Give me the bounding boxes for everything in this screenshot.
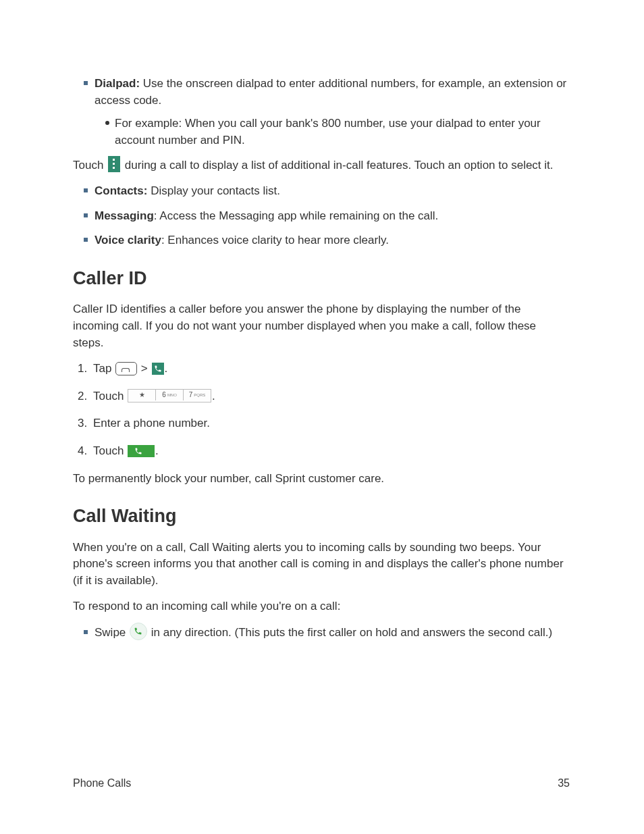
contacts-text: Display your contacts list. <box>147 184 280 197</box>
touch-menu-paragraph: Touch during a call to display a list of… <box>73 157 570 174</box>
caller-id-outro: To permanently block your number, call S… <box>73 471 570 488</box>
page-footer: Phone Calls 35 <box>73 775 570 791</box>
step4-before: Touch <box>93 444 127 457</box>
messaging-text: : Access the Messaging app while remaini… <box>154 209 438 222</box>
voice-clarity-item: Voice clarity: Enhances voice clarity to… <box>95 232 570 249</box>
call-waiting-respond: To respond to an incoming call while you… <box>73 598 570 615</box>
caller-id-heading: Caller ID <box>73 265 570 292</box>
step-4: Touch . <box>90 443 570 460</box>
swipe-after: in any direction. (This puts the first c… <box>148 627 552 640</box>
dialpad-example: For example: When you call your bank's 8… <box>115 115 570 149</box>
call-waiting-intro: When you're on a call, Call Waiting aler… <box>73 540 570 590</box>
key-6: 6MNO <box>156 390 184 400</box>
step-2: Touch ★6MNO7PQRS. <box>90 388 570 405</box>
caller-id-steps: Tap > . Touch ★6MNO7PQRS. Enter a phone … <box>73 361 570 460</box>
step2-after: . <box>212 390 215 402</box>
step1-after: . <box>165 362 168 375</box>
swipe-before: Swipe <box>95 627 129 640</box>
swipe-item: Swipe in any direction. (This puts the f… <box>95 625 570 642</box>
voice-label: Voice clarity <box>95 234 161 246</box>
answer-call-icon <box>130 623 147 640</box>
footer-page-number: 35 <box>558 775 570 791</box>
dialpad-item: Dialpad: Use the onscreen dialpad to ent… <box>95 76 570 149</box>
voice-text: : Enhances voice clarity to hear more cl… <box>161 234 389 246</box>
call-button-icon <box>128 445 155 457</box>
dialpad-sublist: For example: When you call your bank's 8… <box>95 115 570 149</box>
messaging-label: Messaging <box>95 209 154 222</box>
caller-id-intro: Caller ID identifies a caller before you… <box>73 301 570 351</box>
dialpad-keys-icon: ★6MNO7PQRS <box>128 389 211 402</box>
step1-sep: > <box>138 362 151 375</box>
call-waiting-heading: Call Waiting <box>73 503 570 529</box>
touch-before: Touch <box>73 159 107 172</box>
phone-app-icon <box>152 363 164 375</box>
call-waiting-list: Swipe in any direction. (This puts the f… <box>73 625 570 642</box>
step1-before: Tap <box>93 362 115 375</box>
step4-after: . <box>155 444 159 457</box>
overflow-menu-icon <box>108 156 120 172</box>
step-1: Tap > . <box>90 361 570 377</box>
key-star: ★ <box>128 390 156 400</box>
dialpad-list: Dialpad: Use the onscreen dialpad to ent… <box>73 76 570 149</box>
step2-before: Touch <box>93 390 127 402</box>
contacts-item: Contacts: Display your contacts list. <box>95 183 570 200</box>
step-3: Enter a phone number. <box>90 415 570 432</box>
dialpad-label: Dialpad: <box>95 77 140 90</box>
touch-after: during a call to display a list of addit… <box>122 159 553 172</box>
key-7: 7PQRS <box>184 390 211 400</box>
messaging-item: Messaging: Access the Messaging app whil… <box>95 208 570 225</box>
document-page: Dialpad: Use the onscreen dialpad to ent… <box>0 0 644 834</box>
home-key-icon <box>115 362 137 375</box>
dialpad-text: Use the onscreen dialpad to enter additi… <box>95 77 566 107</box>
footer-section: Phone Calls <box>73 775 131 791</box>
incall-feature-list: Contacts: Display your contacts list. Me… <box>73 183 570 249</box>
contacts-label: Contacts: <box>95 184 147 197</box>
